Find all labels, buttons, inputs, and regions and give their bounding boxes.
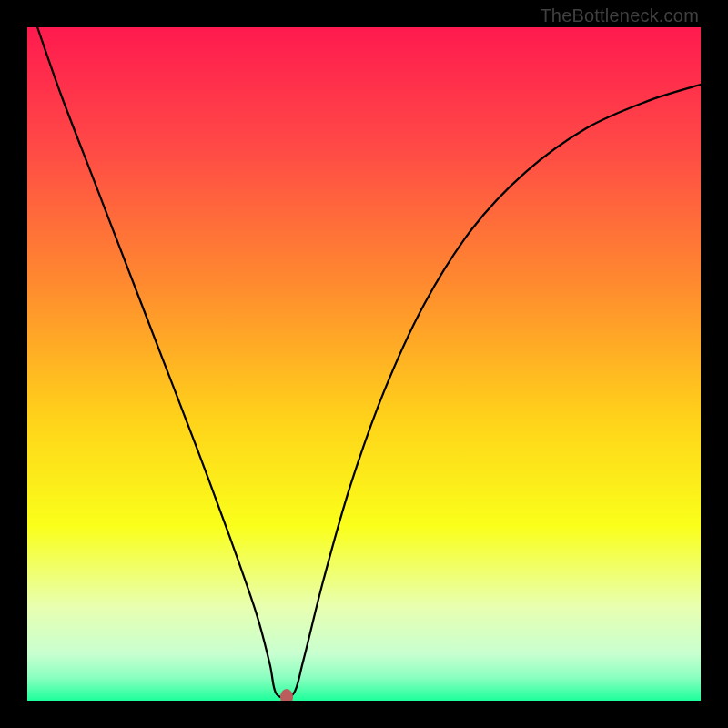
optimum-marker bbox=[280, 689, 293, 701]
bottleneck-curve bbox=[37, 27, 701, 698]
curve-layer bbox=[27, 27, 701, 701]
chart-frame: TheBottleneck.com bbox=[0, 0, 728, 728]
plot-area bbox=[27, 27, 701, 701]
watermark-text: TheBottleneck.com bbox=[540, 5, 699, 26]
